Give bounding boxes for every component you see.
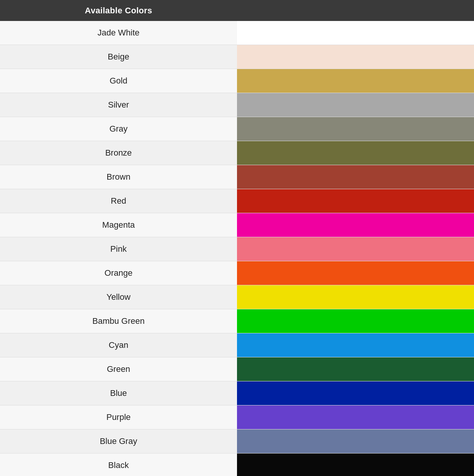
color-swatch [237,93,474,117]
table-row: Brown [0,165,474,189]
table-row: Blue Gray [0,429,474,453]
color-name-label: Brown [0,165,237,189]
color-name-label: Yellow [0,285,237,309]
table-row: Green [0,357,474,381]
color-swatch [237,141,474,165]
color-name-label: Gold [0,69,237,93]
color-name-label: Bronze [0,141,237,165]
table-row: Cyan [0,333,474,357]
color-name-label: Silver [0,93,237,117]
color-name-label: Red [0,189,237,213]
color-name-label: Cyan [0,333,237,357]
color-swatch [237,453,474,476]
color-swatch [237,189,474,213]
header-title: Available Colors [0,6,237,16]
table-row: Black [0,453,474,476]
color-swatch [237,69,474,93]
color-swatch [237,381,474,405]
table-row: Yellow [0,285,474,309]
color-name-label: Blue [0,381,237,405]
color-swatch [237,333,474,357]
color-swatch [237,429,474,453]
table-row: Orange [0,261,474,285]
table-row: Red [0,189,474,213]
color-swatch [237,357,474,381]
color-name-label: Black [0,453,237,476]
color-name-label: Magenta [0,213,237,237]
color-swatch [237,237,474,261]
table-row: Bambu Green [0,309,474,333]
table-header: Available Colors [0,0,474,21]
color-swatch [237,117,474,141]
table-row: Bronze [0,141,474,165]
color-swatch [237,213,474,237]
color-name-label: Jade White [0,21,237,45]
table-row: Beige [0,45,474,69]
color-swatch [237,261,474,285]
table-row: Purple [0,405,474,429]
table-row: Blue [0,381,474,405]
table-row: Gray [0,117,474,141]
color-name-label: Green [0,357,237,381]
table-row: Gold [0,69,474,93]
color-name-label: Purple [0,405,237,429]
color-swatch [237,309,474,333]
table-row: Silver [0,93,474,117]
color-name-label: Bambu Green [0,309,237,333]
color-swatch [237,285,474,309]
color-swatch [237,405,474,429]
color-rows-container: Jade WhiteBeigeGoldSilverGrayBronzeBrown… [0,21,474,476]
color-name-label: Gray [0,117,237,141]
table-row: Magenta [0,213,474,237]
table-row: Pink [0,237,474,261]
color-name-label: Pink [0,237,237,261]
color-swatch [237,45,474,69]
color-name-label: Blue Gray [0,429,237,453]
table-row: Jade White [0,21,474,45]
color-name-label: Beige [0,45,237,69]
color-table: Available Colors Jade WhiteBeigeGoldSilv… [0,0,474,476]
color-name-label: Orange [0,261,237,285]
color-swatch [237,165,474,189]
color-swatch [237,21,474,45]
